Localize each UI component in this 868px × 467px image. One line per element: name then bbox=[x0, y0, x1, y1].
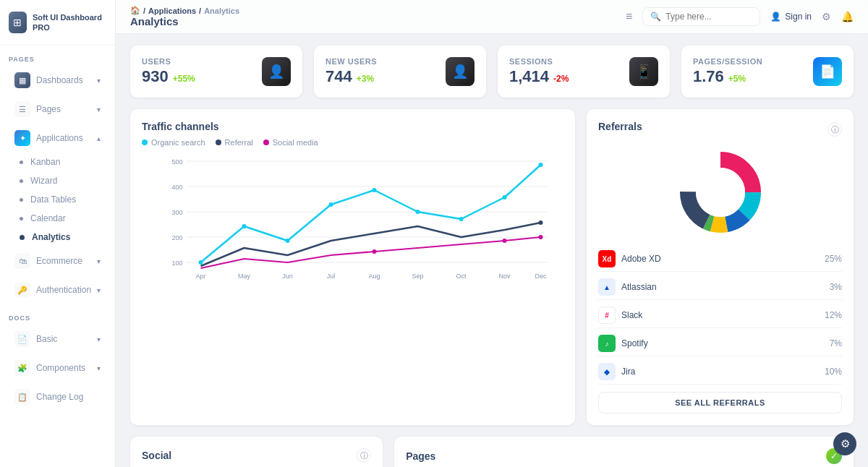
components-icon: 🧩 bbox=[14, 360, 30, 376]
components-chevron-icon: ▾ bbox=[97, 364, 101, 372]
users-change: +55% bbox=[173, 74, 195, 84]
search-input[interactable] bbox=[665, 12, 752, 22]
page-title: Analytics bbox=[130, 15, 239, 27]
referral-dot bbox=[216, 140, 221, 145]
atlassian-logo: ▲ bbox=[598, 278, 616, 296]
social-card: Social ⓘ f Facebook 80% bbox=[130, 437, 383, 467]
new-users-value: 744 bbox=[326, 67, 352, 86]
referral-row-atlassian: ▲ Atlassian 3% bbox=[598, 275, 842, 300]
slack-name: Slack bbox=[621, 310, 642, 320]
users-icon-box: 👤 bbox=[262, 57, 291, 86]
referral-left-adobe: Xd Adobe XD bbox=[598, 250, 661, 267]
search-box: 🔍 bbox=[642, 7, 760, 26]
applications-chevron-icon: ▴ bbox=[97, 134, 101, 142]
stat-label-new-users: New Users bbox=[326, 57, 377, 66]
breadcrumb-sep1: / bbox=[143, 7, 145, 15]
pages-session-value: 1.76 bbox=[693, 67, 724, 86]
gear-fixed-button[interactable]: ⚙ bbox=[833, 432, 856, 455]
hamburger-icon[interactable]: ≡ bbox=[626, 10, 632, 23]
dashboards-icon: ▦ bbox=[14, 72, 30, 88]
referral-row-adobe: Xd Adobe XD 25% bbox=[598, 247, 842, 272]
pages-icon: ☰ bbox=[14, 101, 30, 117]
spotify-pct: 7% bbox=[830, 338, 842, 348]
referrals-header: Referrals ⓘ bbox=[598, 121, 842, 138]
svg-point-30 bbox=[503, 239, 507, 243]
social-label: Social media bbox=[273, 138, 318, 147]
svg-point-28 bbox=[539, 220, 543, 225]
social-info-icon[interactable]: ⓘ bbox=[357, 448, 371, 463]
donut-chart bbox=[673, 145, 767, 239]
svg-point-31 bbox=[539, 235, 543, 239]
svg-point-19 bbox=[199, 260, 203, 265]
stat-card-new-users: New Users 744 +3% 👤 bbox=[314, 46, 486, 98]
referral-items: Xd Adobe XD 25% ▲ Atlassian 3% bbox=[598, 247, 842, 385]
sidebar: ⊞ Soft UI Dashboard PRO PAGES ▦ Dashboar… bbox=[0, 0, 116, 467]
top-header: 🏠 / Applications / Analytics Analytics ≡… bbox=[116, 0, 868, 34]
sign-in-label: Sign in bbox=[785, 12, 812, 22]
ecommerce-chevron-icon: ▾ bbox=[97, 257, 101, 265]
sidebar-item-components-label: Components bbox=[36, 363, 85, 373]
sidebar-item-dashboards[interactable]: ▦ Dashboards ▾ bbox=[6, 67, 109, 94]
stat-value-new-users: 744 +3% bbox=[326, 67, 377, 86]
sidebar-item-wizard[interactable]: Wizard bbox=[0, 171, 115, 190]
stat-info-new-users: New Users 744 +3% bbox=[326, 57, 377, 86]
stat-info-pages-session: Pages/Session 1.76 +5% bbox=[693, 57, 762, 86]
calendar-dot bbox=[20, 217, 23, 220]
bottom-row: Social ⓘ f Facebook 80% bbox=[130, 437, 854, 467]
basic-chevron-icon: ▾ bbox=[97, 335, 101, 343]
svg-text:Oct: Oct bbox=[456, 273, 467, 280]
traffic-chart-wrap: 500 400 300 200 100 Apr May Jun Jul Aug … bbox=[142, 154, 563, 291]
jira-pct: 10% bbox=[825, 367, 842, 377]
referrals-info-icon[interactable]: ⓘ bbox=[827, 122, 842, 137]
bell-icon[interactable]: 🔔 bbox=[841, 11, 854, 22]
svg-text:Nov: Nov bbox=[498, 273, 511, 280]
sidebar-item-pages-label: Pages bbox=[36, 104, 61, 114]
header-right: ≡ 🔍 👤 Sign in ⚙ 🔔 bbox=[626, 7, 854, 26]
stat-label-sessions: Sessions bbox=[509, 57, 569, 66]
see-all-referrals-button[interactable]: SEE ALL REFERRALS bbox=[598, 392, 842, 414]
sidebar-item-changelog[interactable]: 📋 Change Log bbox=[6, 383, 109, 411]
breadcrumb-applications[interactable]: Applications bbox=[148, 7, 196, 15]
sidebar-item-calendar[interactable]: Calendar bbox=[0, 209, 115, 228]
sidebar-item-pages[interactable]: ☰ Pages ▾ bbox=[6, 95, 109, 123]
sidebar-item-ecommerce[interactable]: 🛍 Ecommerce ▾ bbox=[6, 247, 109, 275]
sidebar-item-data-tables[interactable]: Data Tables bbox=[0, 190, 115, 209]
sidebar-logo: ⊞ Soft UI Dashboard PRO bbox=[0, 0, 115, 46]
svg-text:100: 100 bbox=[171, 260, 182, 267]
referral-left-atlassian: ▲ Atlassian bbox=[598, 278, 657, 296]
wizard-dot bbox=[20, 179, 23, 183]
slack-pct: 12% bbox=[825, 310, 842, 320]
svg-text:Jun: Jun bbox=[282, 273, 293, 280]
legend-referral: Referral bbox=[216, 138, 253, 147]
svg-text:May: May bbox=[238, 273, 251, 280]
sidebar-item-kanban-label: Kanban bbox=[30, 157, 60, 167]
jira-logo: ◆ bbox=[598, 363, 616, 380]
sign-in-button[interactable]: 👤 Sign in bbox=[770, 12, 812, 22]
changelog-icon: 📋 bbox=[14, 389, 30, 405]
svg-point-26 bbox=[503, 195, 507, 200]
settings-icon[interactable]: ⚙ bbox=[822, 11, 831, 22]
stat-card-pages-session: Pages/Session 1.76 +5% 📄 bbox=[681, 46, 854, 98]
sidebar-item-kanban[interactable]: Kanban bbox=[0, 153, 115, 171]
sidebar-item-authentication[interactable]: 🔑 Authentication ▾ bbox=[6, 276, 109, 304]
sidebar-item-applications[interactable]: ✦ Applications ▴ bbox=[6, 124, 109, 152]
referral-label: Referral bbox=[225, 138, 253, 147]
sidebar-item-basic[interactable]: 📄 Basic ▾ bbox=[6, 325, 109, 353]
svg-point-29 bbox=[373, 249, 377, 254]
pages-card: Pages ✓ PAGE PAGES VIEW AVG. TIME BOUNCE… bbox=[394, 437, 854, 467]
breadcrumb-analytics: Analytics bbox=[204, 7, 239, 15]
sidebar-item-analytics[interactable]: Analytics bbox=[0, 228, 115, 247]
svg-text:500: 500 bbox=[171, 158, 182, 166]
docs-section-label: DOCS bbox=[0, 304, 115, 325]
sidebar-item-components[interactable]: 🧩 Components ▾ bbox=[6, 354, 109, 382]
stat-label-pages-session: Pages/Session bbox=[693, 57, 762, 66]
stat-card-users: Users 930 +55% 👤 bbox=[130, 46, 302, 98]
atlassian-name: Atlassian bbox=[621, 282, 657, 292]
svg-point-20 bbox=[242, 224, 247, 228]
page-body: Users 930 +55% 👤 New Users 744 +3% bbox=[116, 34, 868, 467]
basic-icon: 📄 bbox=[14, 331, 30, 347]
header-left: 🏠 / Applications / Analytics Analytics bbox=[130, 6, 239, 27]
svg-text:300: 300 bbox=[171, 209, 182, 216]
ecommerce-icon: 🛍 bbox=[14, 253, 30, 269]
adobe-xd-logo: Xd bbox=[598, 250, 616, 267]
